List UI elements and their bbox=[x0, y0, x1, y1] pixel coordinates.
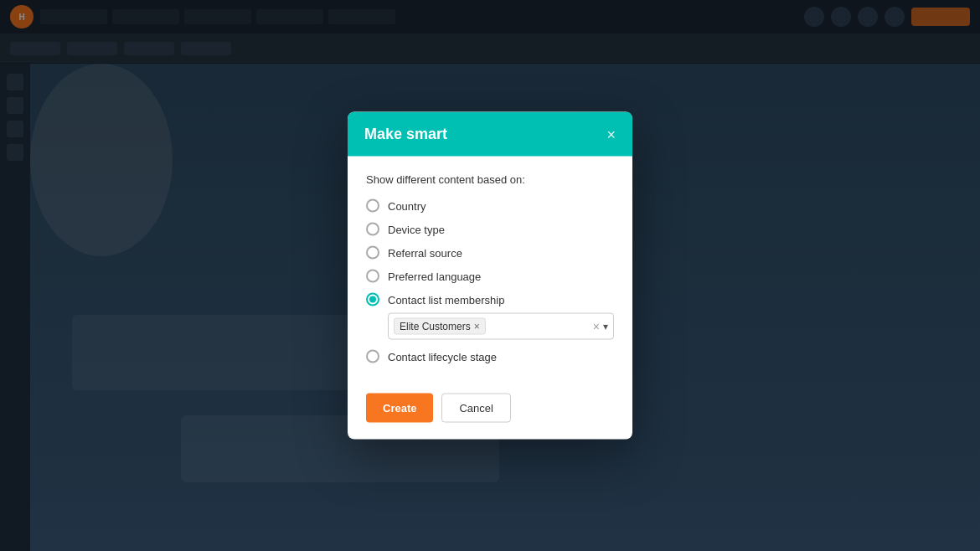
tag-dropdown-button[interactable]: ▾ bbox=[603, 321, 608, 332]
tag-label: Elite Customers bbox=[400, 321, 471, 332]
modal-header: Make smart × bbox=[348, 112, 632, 157]
radio-country[interactable] bbox=[366, 199, 379, 213]
radio-device-type[interactable] bbox=[366, 223, 379, 236]
radio-option-lifecycle-stage[interactable]: Contact lifecycle stage bbox=[366, 350, 614, 363]
tag-remove-button[interactable]: × bbox=[474, 322, 480, 332]
tag-input-controls: × ▾ bbox=[593, 321, 608, 332]
radio-label-lifecycle-stage: Contact lifecycle stage bbox=[388, 350, 497, 363]
radio-preferred-language[interactable] bbox=[366, 270, 379, 283]
tag-elite-customers: Elite Customers × bbox=[394, 318, 486, 335]
modal-body: Show different content based on: Country… bbox=[348, 157, 632, 394]
tag-clear-all-button[interactable]: × bbox=[593, 321, 600, 332]
modal-footer: Create Cancel bbox=[348, 394, 632, 440]
radio-option-country[interactable]: Country bbox=[366, 199, 614, 213]
radio-option-preferred-language[interactable]: Preferred language bbox=[366, 270, 614, 283]
radio-label-device-type: Device type bbox=[388, 223, 445, 235]
radio-contact-list[interactable] bbox=[366, 293, 379, 306]
radio-referral-source[interactable] bbox=[366, 246, 379, 260]
radio-lifecycle-stage[interactable] bbox=[366, 350, 379, 363]
modal-close-button[interactable]: × bbox=[606, 126, 616, 142]
tag-search-input[interactable] bbox=[489, 321, 590, 332]
make-smart-modal: Make smart × Show different content base… bbox=[348, 112, 632, 440]
radio-option-referral-source[interactable]: Referral source bbox=[366, 246, 614, 260]
radio-label-referral-source: Referral source bbox=[388, 246, 462, 259]
modal-subtitle: Show different content based on: bbox=[366, 173, 614, 186]
radio-option-device-type[interactable]: Device type bbox=[366, 223, 614, 236]
radio-label-preferred-language: Preferred language bbox=[388, 270, 481, 282]
radio-label-contact-list: Contact list membership bbox=[388, 293, 504, 306]
radio-option-contact-list[interactable]: Contact list membership bbox=[366, 293, 614, 306]
radio-label-country: Country bbox=[388, 199, 426, 212]
radio-group: Country Device type Referral source Pref… bbox=[366, 199, 614, 363]
cancel-button[interactable]: Cancel bbox=[441, 394, 510, 423]
tag-input-container[interactable]: Elite Customers × × ▾ bbox=[388, 313, 614, 340]
create-button[interactable]: Create bbox=[366, 394, 433, 423]
modal-title: Make smart bbox=[364, 126, 447, 143]
